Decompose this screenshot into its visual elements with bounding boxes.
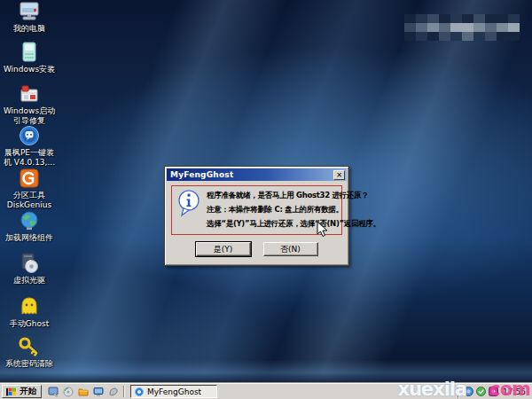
- ghost-disc-icon[interactable]: [62, 386, 74, 397]
- desktop-icon-my-computer[interactable]: 我的电脑: [0, 1, 59, 34]
- dialog-message: 程序准备就绪，是否马上用 Ghost32 进行还原？ 注意：本操作将删除 C: …: [207, 190, 380, 230]
- dialog-title: MyFengGhost: [170, 168, 333, 181]
- desktop-icon-boot-repair[interactable]: Windows启动 引导修复: [0, 83, 59, 125]
- taskbar-divider: [123, 386, 124, 397]
- screen: 我的电脑 Windows安装: [0, 0, 532, 399]
- desktop-icon-label: 加载网络组件: [5, 233, 53, 243]
- censored-watermark-mosaic: [404, 14, 520, 41]
- quick-launch-bar: [42, 386, 130, 397]
- message-line-1: 程序准备就绪，是否马上用 Ghost32 进行还原？: [207, 191, 380, 201]
- no-button[interactable]: 否(N): [263, 242, 318, 256]
- taskbar-task-myfengghost[interactable]: MyFengGhost: [130, 385, 217, 398]
- mouse-cursor: [317, 221, 329, 241]
- message-line-2: 注意：本操作将删除 C: 盘上的所有数据。: [207, 205, 380, 215]
- boot-repair-icon: [18, 83, 41, 105]
- desktop-icon-diskgenius[interactable]: 分区工具 DiskGenius: [0, 168, 59, 209]
- network-globe-icon: [18, 210, 41, 231]
- desktop-icon-label: 系统密码清除: [5, 359, 53, 369]
- desktop-icon-windows-install[interactable]: Windows安装: [0, 42, 59, 74]
- desktop-icon-label: 分区工具 DiskGenius: [7, 191, 51, 209]
- dialog-buttons: 是(Y) 否(N): [171, 242, 342, 256]
- dialog-titlebar[interactable]: MyFengGhost ✕: [167, 168, 347, 181]
- info-icon: [177, 190, 200, 222]
- desktop-icon-label: 手动Ghost: [10, 319, 49, 329]
- windows-install-icon: [18, 42, 41, 63]
- desktop-icon-chenfeng-pe[interactable]: 晨枫PE一键装 机 V4.0.13,...: [0, 125, 59, 167]
- chenfeng-pe-icon: [18, 125, 41, 146]
- shell-icon[interactable]: [107, 386, 119, 397]
- virtual-cd-icon: [18, 253, 41, 274]
- desktop-icon-password-clear[interactable]: 系统密码清除: [0, 336, 59, 369]
- desktop-icon-label: 我的电脑: [13, 24, 45, 34]
- green-status-tray-icon[interactable]: [476, 387, 486, 396]
- windows-logo-icon: [5, 387, 17, 397]
- network-tray-icon[interactable]: [464, 387, 473, 396]
- message-line-3: 选择“是(Y)”马上进行还原，选择“否(N)”返回程序。: [207, 219, 380, 230]
- task-button-label: MyFengGhost: [147, 387, 201, 396]
- key-icon: [18, 336, 41, 357]
- diskgenius-icon: [18, 168, 41, 189]
- start-label: 开始: [20, 386, 36, 397]
- task-app-icon: [135, 387, 144, 396]
- my-computer-icon: [18, 1, 41, 22]
- desktop-icon-label: 虚拟光驱: [13, 276, 45, 286]
- desktop-icon-label: Windows安装: [4, 65, 55, 74]
- desktop-wallpaper: 我的电脑 Windows安装: [0, 0, 532, 383]
- ghost-icon: [18, 296, 41, 317]
- close-icon[interactable]: ✕: [333, 170, 345, 180]
- taskbar-clock[interactable]: 17:55: [501, 387, 528, 396]
- desktop-icon-manual-ghost[interactable]: 手动Ghost: [0, 296, 59, 329]
- desktop-icon-label: Windows启动 引导修复: [4, 106, 55, 125]
- folder-icon[interactable]: [77, 386, 89, 397]
- show-desktop-icon[interactable]: [47, 386, 59, 397]
- start-button[interactable]: 开始: [2, 385, 42, 398]
- taskbar: 开始 MyFengGhost: [0, 383, 532, 399]
- myfengghost-dialog: MyFengGhost ✕ 程序准备就绪，是否马上用 Ghost32 进行还: [164, 166, 349, 266]
- desktop-icon-label: 晨枫PE一键装 机 V4.0.13,...: [4, 148, 55, 167]
- yes-button[interactable]: 是(Y): [196, 242, 251, 256]
- input-method-tray-icon[interactable]: [489, 387, 498, 396]
- display-icon[interactable]: [92, 386, 104, 397]
- desktop-icon-virtual-cd[interactable]: 虚拟光驱: [0, 253, 59, 286]
- system-tray: 17:55: [458, 385, 531, 398]
- desktop-icon-network[interactable]: 加载网络组件: [0, 210, 59, 243]
